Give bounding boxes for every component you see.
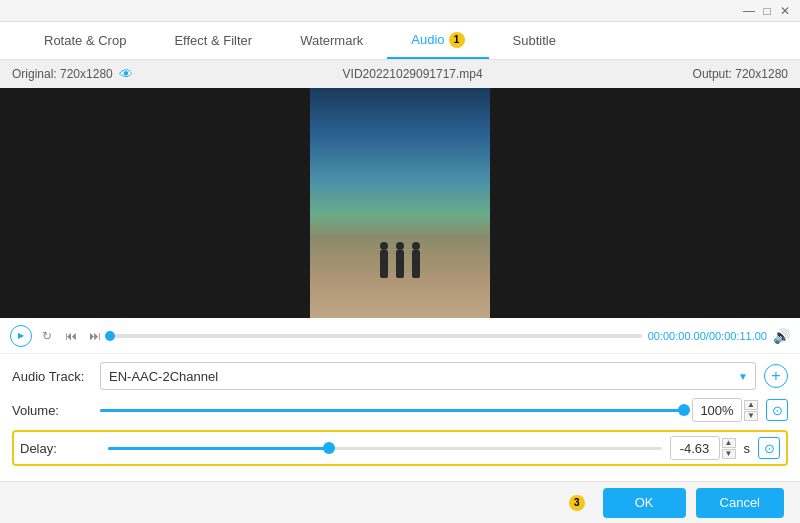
tab-rotate[interactable]: Rotate & Crop xyxy=(20,22,150,59)
progress-thumb xyxy=(105,331,115,341)
video-preview xyxy=(0,88,800,318)
badge-3: 3 xyxy=(569,495,585,511)
volume-thumb[interactable] xyxy=(678,404,690,416)
play-button[interactable]: ▶ xyxy=(10,325,32,347)
volume-spinner: ▲ ▼ xyxy=(744,400,758,421)
delay-row: Delay: ▲ ▼ s ⊙ xyxy=(20,436,780,460)
video-overlay-right xyxy=(490,88,800,318)
audio-track-select-wrapper: EN-AAC-2Channel ▼ xyxy=(100,362,756,390)
playback-bar: ▶ ↻ ⏮ ⏭ 00:00:00.00/00:00:11.00 🔊 xyxy=(0,318,800,354)
delay-unit: s xyxy=(744,441,751,456)
volume-copy-button[interactable]: ⊙ xyxy=(766,399,788,421)
delay-down-button[interactable]: ▼ xyxy=(722,449,736,459)
add-track-button[interactable]: + xyxy=(764,364,788,388)
tab-audio[interactable]: Audio 1 xyxy=(387,22,488,59)
delay-copy-button[interactable]: ⊙ xyxy=(758,437,780,459)
original-label: Original: 720x1280 👁 xyxy=(12,66,133,82)
eye-icon[interactable]: 👁 xyxy=(119,66,133,82)
figure-1 xyxy=(380,250,388,278)
audio-track-row: Audio Track: EN-AAC-2Channel ▼ + xyxy=(12,362,788,390)
volume-label: Volume: xyxy=(12,403,92,418)
figure-3 xyxy=(412,250,420,278)
audio-track-select[interactable]: EN-AAC-2Channel xyxy=(100,362,756,390)
progress-slider[interactable] xyxy=(110,334,642,338)
tab-effect[interactable]: Effect & Filter xyxy=(150,22,276,59)
volume-input[interactable] xyxy=(692,398,742,422)
copy-icon: ⊙ xyxy=(772,403,783,418)
next-frame-button[interactable]: ⏭ xyxy=(86,327,104,345)
loop-button[interactable]: ↻ xyxy=(38,327,56,345)
time-display: 00:00:00.00/00:00:11.00 xyxy=(648,330,767,342)
volume-up-button[interactable]: ▲ xyxy=(744,400,758,410)
output-label: Output: 720x1280 xyxy=(693,67,788,81)
delay-label: Delay: xyxy=(20,441,100,456)
close-button[interactable]: ✕ xyxy=(778,4,792,18)
delay-row-wrapper: Delay: ▲ ▼ s ⊙ xyxy=(12,430,788,466)
cancel-button[interactable]: Cancel xyxy=(696,488,784,518)
volume-down-button[interactable]: ▼ xyxy=(744,411,758,421)
delay-thumb[interactable] xyxy=(323,442,335,454)
delay-copy-icon: ⊙ xyxy=(764,441,775,456)
maximize-button[interactable]: □ xyxy=(760,4,774,18)
volume-slider[interactable] xyxy=(100,400,684,420)
volume-button[interactable]: 🔊 xyxy=(773,328,790,344)
delay-value-wrapper: ▲ ▼ xyxy=(670,436,736,460)
tab-subtitle[interactable]: Subtitle xyxy=(489,22,580,59)
figure-2 xyxy=(396,250,404,278)
delay-fill xyxy=(108,447,329,450)
audio-tab-badge: 1 xyxy=(449,32,465,48)
minimize-button[interactable]: — xyxy=(742,4,756,18)
volume-fill xyxy=(100,409,684,412)
delay-slider[interactable] xyxy=(108,438,662,458)
prev-frame-button[interactable]: ⏮ xyxy=(62,327,80,345)
tab-bar: Rotate & Crop Effect & Filter Watermark … xyxy=(0,22,800,60)
audio-track-label: Audio Track: xyxy=(12,369,92,384)
volume-row: Volume: ▲ ▼ ⊙ xyxy=(12,398,788,422)
ok-button[interactable]: OK xyxy=(603,488,686,518)
filename: VID20221029091717.mp4 xyxy=(343,67,483,81)
title-bar: — □ ✕ xyxy=(0,0,800,22)
scene-figures xyxy=(380,250,420,318)
tab-watermark[interactable]: Watermark xyxy=(276,22,387,59)
controls-panel: Audio Track: EN-AAC-2Channel ▼ + Volume:… xyxy=(0,354,800,482)
video-frame xyxy=(310,88,490,318)
preview-bar: Original: 720x1280 👁 VID20221029091717.m… xyxy=(0,60,800,88)
delay-spinner: ▲ ▼ xyxy=(722,438,736,459)
footer-bar: 3 OK Cancel xyxy=(0,481,800,523)
delay-input[interactable] xyxy=(670,436,720,460)
volume-value-wrapper: ▲ ▼ xyxy=(692,398,758,422)
video-overlay-left xyxy=(0,88,310,318)
delay-up-button[interactable]: ▲ xyxy=(722,438,736,448)
